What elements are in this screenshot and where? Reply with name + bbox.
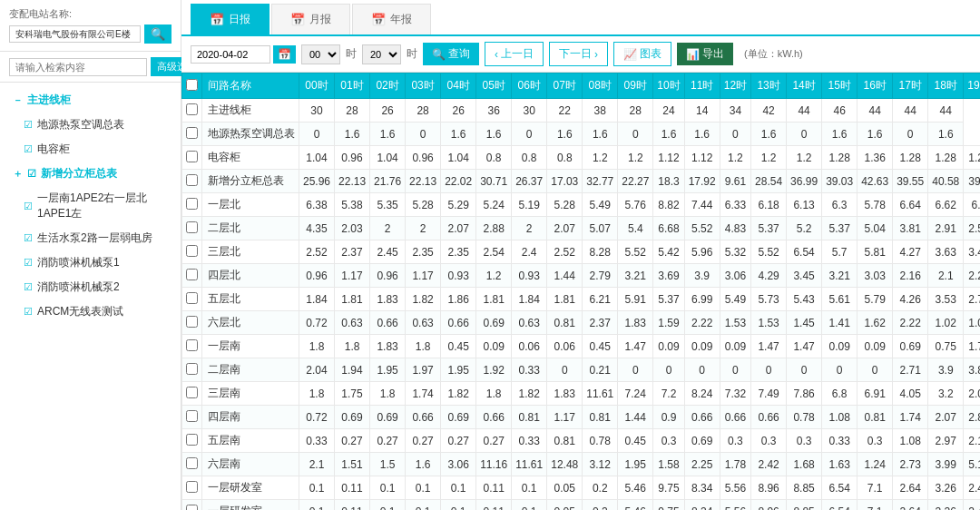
row-value: 0.11	[335, 476, 370, 500]
tree-item-geo-heat[interactable]: ☑ 地源热泵空调总表	[0, 113, 181, 137]
row-checkbox[interactable]	[186, 363, 198, 375]
row-value: 0.72	[299, 311, 335, 335]
row-value: 5.4	[618, 217, 653, 240]
column-header-18: 16时	[858, 74, 893, 99]
next-day-button[interactable]: 下一日 ›	[549, 42, 608, 66]
date-input[interactable]	[191, 45, 270, 64]
tree-item-elec-cabinet[interactable]: ☑ 电容柜	[0, 137, 181, 162]
row-checkbox[interactable]	[186, 151, 198, 162]
row-value: 2.64	[893, 476, 928, 500]
tab-yearly-label: 年报	[390, 12, 412, 27]
tree-item-water-pump[interactable]: ☑ 生活水泵2路一层弱电房	[0, 226, 181, 250]
row-checkbox[interactable]	[186, 198, 198, 210]
station-input[interactable]	[9, 25, 141, 43]
row-value: 3.69	[653, 264, 684, 288]
row-value: 1.83	[370, 335, 406, 358]
row-value: 3.45	[787, 264, 822, 288]
row-checkbox[interactable]	[186, 269, 198, 280]
tree-item-new-split[interactable]: ＋ ☑ 新增分立柜总表	[0, 162, 181, 186]
row-value: 6.13	[787, 193, 822, 217]
tab-yearly[interactable]: 📅 年报	[352, 4, 431, 34]
calendar-pick-icon[interactable]: 📅	[273, 45, 296, 64]
row-value: 0.27	[370, 429, 406, 453]
row-value: 1.8	[299, 335, 335, 358]
row-value: 2	[512, 217, 547, 240]
row-value: 8.96	[751, 500, 787, 511]
check-icon: ☑	[24, 201, 33, 212]
filter-input[interactable]	[9, 58, 147, 76]
station-label: 变配电站名称:	[9, 7, 172, 21]
query-button[interactable]: 🔍 查询	[423, 43, 479, 65]
row-value: 24	[653, 99, 684, 123]
column-header-10: 08时	[583, 74, 618, 99]
row-value: 0.09	[653, 335, 684, 358]
row-value: 0.78	[787, 406, 822, 429]
row-checkbox[interactable]	[186, 316, 198, 328]
hour-label: 时	[346, 46, 357, 62]
row-value: 1.08	[822, 406, 858, 429]
row-value: 1.84	[512, 288, 547, 311]
row-value: 1.6	[476, 123, 512, 146]
row-value: 0.63	[406, 311, 441, 335]
table-row: 五层北1.841.811.831.821.861.811.841.816.215…	[182, 288, 981, 311]
row-value: 3.63	[928, 240, 964, 264]
tree-item-fire-pump1[interactable]: ☑ 消防喷淋机械泵1	[0, 250, 181, 275]
row-value: 0.81	[547, 429, 583, 453]
row-value: 11.61	[583, 382, 618, 406]
row-checkbox[interactable]	[186, 292, 198, 304]
row-value: 0.1	[406, 500, 441, 511]
export-button[interactable]: 📊 导出	[677, 43, 733, 65]
row-value: 1.2	[787, 146, 822, 170]
row-checkbox[interactable]	[186, 174, 198, 186]
row-value: 3.9	[684, 264, 720, 288]
row-checkbox[interactable]	[186, 221, 198, 233]
row-checkbox[interactable]	[186, 387, 198, 398]
row-value: 1.81	[476, 288, 512, 311]
row-checkbox[interactable]	[186, 103, 198, 115]
minute-select[interactable]: 0005101520 2530354045 5055	[362, 44, 401, 64]
row-checkbox[interactable]	[186, 481, 198, 493]
row-value: 8.24	[684, 382, 720, 406]
tab-monthly[interactable]: 📅 月报	[271, 4, 350, 34]
row-value: 5.78	[858, 193, 893, 217]
row-value: 6.54	[822, 476, 858, 500]
prev-day-button[interactable]: ‹ 上一日	[485, 42, 544, 66]
tab-daily[interactable]: 📅 日报	[191, 4, 270, 34]
row-value: 28.54	[751, 170, 787, 193]
row-checkbox[interactable]	[186, 434, 198, 446]
row-value: 0.05	[547, 500, 583, 511]
row-value: 0	[720, 123, 750, 146]
select-all-checkbox[interactable]	[186, 79, 198, 91]
hour-select[interactable]: 0001020304 0506070809 1011121314 1516171…	[301, 44, 340, 64]
tree-item-arcm[interactable]: ☑ ARCM无线表测试	[0, 299, 181, 324]
row-value: 0.3	[787, 429, 822, 453]
row-checkbox[interactable]	[186, 410, 198, 422]
row-value: 5.46	[618, 500, 653, 511]
row-value: 0.11	[476, 476, 512, 500]
row-value: 2.07	[928, 406, 964, 429]
row-value: 9.75	[653, 500, 684, 511]
row-value: 2.54	[476, 240, 512, 264]
row-value: 1.58	[653, 453, 684, 476]
row-checkbox[interactable]	[186, 505, 198, 511]
column-header-16: 14时	[787, 74, 822, 99]
row-value: 1.81	[335, 288, 370, 311]
row-value: 1.6	[406, 453, 441, 476]
row-name: 一层南	[202, 335, 299, 358]
column-header-11: 09时	[618, 74, 653, 99]
row-value: 1.8	[406, 335, 441, 358]
row-value: 2.16	[893, 264, 928, 288]
row-value: 7.49	[751, 382, 787, 406]
chart-button[interactable]: 📈 图表	[613, 42, 671, 66]
row-value: 46	[822, 99, 858, 123]
tree-item-fire-pump2[interactable]: ☑ 消防喷淋机械泵2	[0, 275, 181, 299]
row-checkbox[interactable]	[186, 339, 198, 351]
row-value: 5.79	[858, 288, 893, 311]
tree-item-floor1-ape[interactable]: ☑ 一层南1APE2右一层北1APE1左	[0, 186, 181, 226]
row-checkbox[interactable]	[186, 127, 198, 139]
station-search-button[interactable]: 🔍	[144, 25, 172, 44]
row-checkbox[interactable]	[186, 245, 198, 257]
row-checkbox[interactable]	[186, 457, 198, 469]
tree-item-main-busbar[interactable]: － 主进线柜	[0, 88, 181, 113]
row-value: 1.6	[684, 123, 720, 146]
